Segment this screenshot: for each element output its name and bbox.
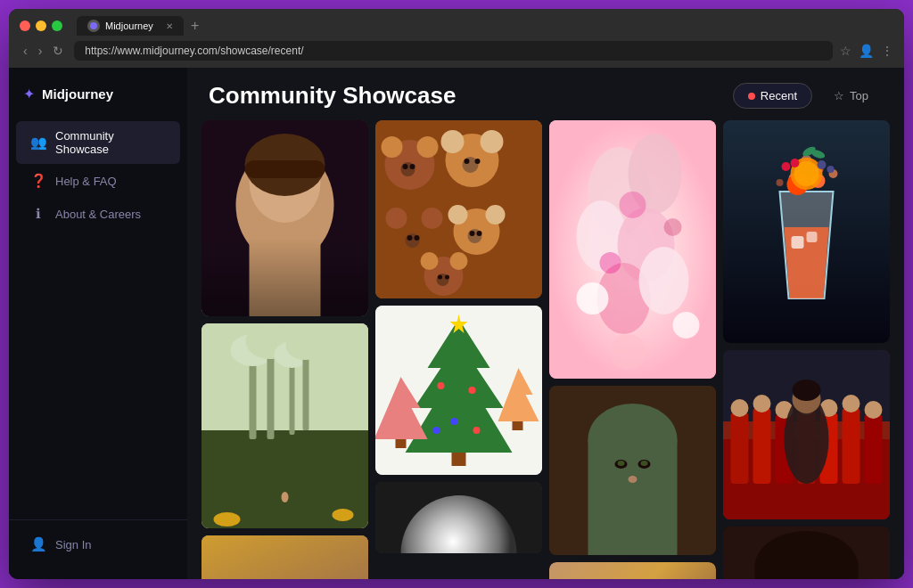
svg-point-49: [421, 252, 439, 270]
gallery-item-landscape-partial[interactable]: [549, 562, 716, 579]
page-title: Community Showcase: [209, 82, 456, 110]
svg-point-121: [753, 395, 771, 412]
gallery-item-teddy-bears[interactable]: [375, 120, 542, 298]
svg-point-59: [469, 387, 476, 394]
tab-close-icon[interactable]: ✕: [166, 21, 173, 31]
svg-rect-64: [396, 439, 407, 448]
svg-point-28: [403, 164, 408, 169]
image-teddy-bears: [375, 120, 542, 298]
svg-rect-4: [250, 236, 321, 316]
svg-point-32: [481, 130, 504, 153]
help-icon: ❓: [30, 173, 46, 189]
gallery-item-christmas-trees[interactable]: [375, 306, 542, 475]
svg-point-40: [407, 235, 413, 241]
svg-point-91: [629, 476, 637, 483]
sidebar-nav: 👥 Community Showcase ❓ Help & FAQ ℹ Abou…: [9, 117, 187, 519]
main-content: Community Showcase Recent ☆ Top: [187, 68, 904, 579]
menu-icon[interactable]: ⋮: [881, 44, 893, 58]
sign-in-icon: 👤: [30, 536, 46, 552]
sidebar-item-help-faq[interactable]: ❓ Help & FAQ: [16, 165, 180, 197]
svg-rect-93: [792, 236, 804, 249]
filter-recent-label: Recent: [761, 89, 797, 102]
svg-rect-135: [755, 567, 777, 579]
gallery-item-woman-2[interactable]: [723, 527, 890, 579]
image-warriors: [723, 350, 890, 519]
filter-top-button[interactable]: ☆ Top: [819, 83, 883, 109]
svg-point-126: [865, 401, 883, 419]
gallery-item-orb-partial[interactable]: [375, 482, 542, 553]
svg-point-106: [818, 160, 827, 169]
sidebar-item-label: Help & FAQ: [55, 175, 117, 188]
gallery-item-arab-woman[interactable]: [549, 386, 716, 555]
gallery-scroll[interactable]: [187, 120, 904, 579]
gallery-item-painting-partial[interactable]: [202, 535, 368, 579]
gallery-item-warriors[interactable]: [723, 350, 890, 519]
svg-point-79: [577, 282, 609, 314]
sidebar-logo: ✦ Midjourney: [9, 78, 187, 117]
image-christmas-trees: [375, 306, 542, 475]
sidebar-item-label: About & Careers: [55, 208, 141, 221]
browser-actions: ☆ 👤 ⋮: [840, 44, 893, 58]
profile-icon[interactable]: 👤: [859, 44, 874, 58]
gallery-item-woman-portrait[interactable]: [202, 120, 368, 316]
svg-point-89: [618, 461, 625, 466]
tab-label: Midjourney: [105, 20, 153, 31]
gallery-grid: [202, 120, 890, 579]
close-button[interactable]: [20, 20, 30, 31]
svg-point-125: [843, 395, 860, 412]
gallery-item-seashells[interactable]: [549, 120, 716, 379]
svg-point-34: [465, 159, 470, 164]
svg-rect-118: [843, 408, 860, 484]
svg-point-46: [470, 231, 475, 236]
svg-rect-56: [452, 453, 466, 466]
sidebar-item-label: Sign In: [55, 538, 91, 551]
svg-point-50: [450, 252, 468, 270]
forward-button[interactable]: ›: [35, 42, 46, 60]
gallery-item-drink-splash[interactable]: [723, 120, 890, 343]
svg-point-47: [477, 231, 482, 236]
gallery-col-2: [375, 120, 542, 553]
image-painting-partial: [202, 535, 368, 579]
sidebar-item-label: Community Showcase: [55, 129, 166, 156]
svg-point-62: [433, 427, 440, 434]
image-orb-partial: [375, 482, 542, 553]
browser-chrome: Midjourney ✕ + ‹ › ↻ https://www.midjour…: [9, 9, 904, 68]
svg-rect-66: [513, 421, 523, 430]
active-tab[interactable]: Midjourney ✕: [77, 16, 184, 36]
minimize-button[interactable]: [36, 20, 46, 31]
svg-rect-136: [836, 567, 859, 579]
svg-point-129: [793, 380, 821, 401]
image-woman-portrait: [202, 120, 368, 316]
svg-point-80: [673, 312, 700, 339]
tab-bar: Midjourney ✕ +: [77, 16, 202, 36]
image-fantasy-forest: [202, 323, 368, 528]
gallery-item-fantasy-forest[interactable]: [202, 323, 368, 528]
browser-titlebar: Midjourney ✕ +: [20, 16, 893, 36]
sidebar-item-sign-in[interactable]: 👤 Sign In: [16, 528, 180, 560]
svg-rect-114: [753, 408, 771, 484]
logo-icon: ✦: [23, 86, 35, 102]
filter-recent-button[interactable]: Recent: [733, 83, 812, 109]
tab-favicon: [87, 20, 100, 32]
svg-point-104: [782, 162, 791, 171]
svg-point-41: [415, 235, 420, 241]
gallery-col-3: [549, 120, 716, 579]
sidebar-item-about-careers[interactable]: ℹ About & Careers: [16, 198, 180, 230]
svg-point-60: [451, 418, 458, 425]
svg-point-17: [286, 331, 325, 360]
svg-point-25: [382, 136, 403, 158]
address-bar[interactable]: https://www.midjourney.com/showcase/rece…: [74, 41, 833, 61]
sidebar-item-community-showcase[interactable]: 👥 Community Showcase: [16, 121, 180, 164]
url-text: https://www.midjourney.com/showcase/rece…: [85, 45, 303, 57]
new-tab-button[interactable]: +: [187, 18, 202, 34]
image-landscape-partial: [549, 562, 716, 579]
svg-point-43: [448, 205, 468, 225]
image-arab-woman: [549, 386, 716, 555]
svg-point-75: [639, 247, 689, 314]
maximize-button[interactable]: [52, 20, 62, 31]
bookmark-icon[interactable]: ☆: [840, 44, 851, 58]
gallery-col-4: [723, 120, 890, 579]
community-showcase-icon: 👥: [30, 135, 46, 151]
back-button[interactable]: ‹: [20, 42, 31, 60]
refresh-button[interactable]: ↻: [49, 42, 67, 60]
